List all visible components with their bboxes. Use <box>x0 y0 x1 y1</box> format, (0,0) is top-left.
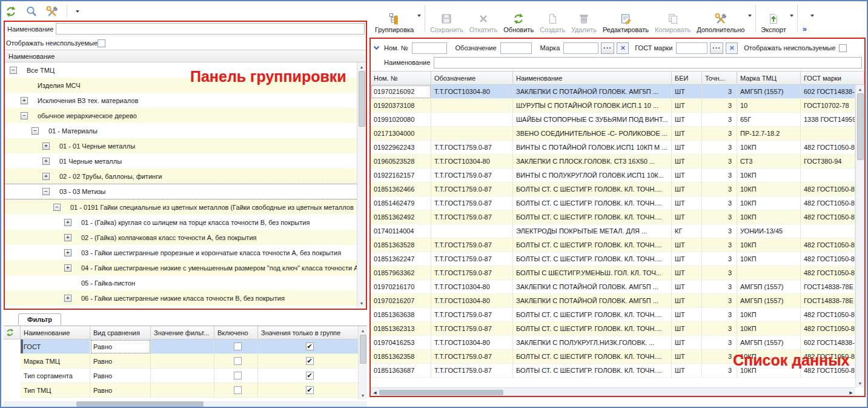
table-cell[interactable]: Т.Т.ГОСТ1759.0-87 <box>431 252 513 266</box>
table-cell[interactable]: 3 <box>702 336 737 350</box>
tree-item[interactable]: −01 - 0191 Гайки специальные из цветных … <box>5 199 357 215</box>
tree-item[interactable]: −01 - Материалы <box>5 123 357 138</box>
table-cell[interactable]: УОНИИ-13/45 <box>737 224 801 238</box>
group-only-checkbox[interactable] <box>306 372 314 380</box>
tree-item[interactable]: +07 - Гайки шестигранные класса точности… <box>5 306 357 307</box>
enabled-checkbox[interactable] <box>234 357 242 365</box>
table-cell[interactable]: 3 <box>702 266 737 280</box>
tree-item[interactable]: +Исключения ВЗ тех. материалов <box>5 93 357 108</box>
tools-icon[interactable] <box>46 5 58 18</box>
scroll-thumb[interactable] <box>857 93 864 160</box>
table-cell[interactable]: 3 <box>702 308 737 322</box>
search-icon[interactable] <box>25 5 38 18</box>
copy-button[interactable]: Копировать <box>652 10 694 35</box>
table-cell[interactable]: ЗАКЛЕПКИ С ПОЛУКРУГЛ.НИЗК.ГОЛОВК. ... <box>513 336 672 350</box>
table-cell[interactable]: ШТ <box>672 182 702 196</box>
filter-value-cell[interactable] <box>151 369 214 383</box>
table-column-header[interactable]: Точн... <box>702 71 737 85</box>
table-cell[interactable] <box>801 169 855 182</box>
gost-input[interactable] <box>676 42 707 54</box>
enabled-checkbox[interactable] <box>234 343 242 350</box>
scroll-left-icon[interactable]: ◀ <box>371 388 379 397</box>
table-cell[interactable]: 01960523528 <box>371 155 431 169</box>
filter-name-cell[interactable]: ГОСТ <box>21 339 90 354</box>
table-cell[interactable]: 482 ГОСТ1050-88 <box>801 308 855 322</box>
filter-value-cell[interactable] <box>151 339 214 354</box>
table-column-header[interactable]: БЕИ <box>672 71 702 85</box>
table-row[interactable]: 01922162157Т.Т.ГОСТ1759.0-87ВИНТЫ С ПОЛУ… <box>371 169 855 182</box>
table-cell[interactable]: 3 <box>702 224 737 238</box>
tree-item[interactable]: +03 - Гайки шестигранные прорезные и кор… <box>5 245 357 260</box>
table-cell[interactable]: Т.Т.ГОСТ10304-80 <box>431 155 513 169</box>
table-cell[interactable]: 3 <box>702 322 737 336</box>
table-cell[interactable]: 01851363687 <box>371 364 431 378</box>
expand-icon[interactable]: + <box>64 264 71 272</box>
table-cell[interactable]: ШУРУПЫ С ПОТАЙНОЙ ГОЛОВК.ИСП.1 10 ... <box>513 99 672 113</box>
table-cell[interactable]: 10КП <box>737 141 801 155</box>
refresh-icon[interactable] <box>5 5 17 18</box>
table-cell[interactable]: 10КП <box>737 196 801 210</box>
filter-column-header[interactable]: Включено <box>214 326 258 339</box>
table-row[interactable]: 01970216170Т.Т.ГОСТ10304-80ЗАКЛЕПКИ С ПО… <box>371 280 855 294</box>
create-button[interactable]: Создать <box>537 10 568 35</box>
table-column-header[interactable]: Наименование <box>513 71 672 85</box>
table-cell[interactable]: ШТ <box>672 155 702 169</box>
table-cell[interactable]: 482 ГОСТ1050-88 <box>801 238 855 252</box>
group-only-checkbox[interactable] <box>306 357 314 365</box>
group-only-checkbox[interactable] <box>306 343 314 350</box>
table-cell[interactable]: ШТ <box>672 169 702 182</box>
table-cell[interactable]: Т.Т.ГОСТ1759.0-87 <box>431 182 513 196</box>
table-cell[interactable]: 10КП <box>737 238 801 252</box>
table-cell[interactable]: 3 <box>702 155 737 169</box>
table-cell[interactable]: 01970216170 <box>371 280 431 294</box>
table-cell[interactable]: ШТ <box>672 196 702 210</box>
table-cell[interactable]: Т.Т.ГОСТ1759.0-87 <box>431 238 513 252</box>
collapse-icon[interactable]: − <box>10 67 17 74</box>
table-cell[interactable]: ГОСТ380-94 <box>801 155 855 169</box>
table-cell[interactable]: ПР-12.7-18.2 <box>737 127 801 141</box>
table-cell[interactable]: 01922162157 <box>371 169 431 182</box>
table-cell[interactable]: 01970216207 <box>371 294 431 308</box>
table-cell[interactable]: 482 ГОСТ1050-88 <box>801 182 855 196</box>
table-column-header[interactable]: Марка ТМЦ <box>737 71 801 85</box>
filter-vertical-scrollbar[interactable]: ▲ ▼ <box>358 326 367 400</box>
name-filter-input[interactable] <box>56 23 365 35</box>
table-cell[interactable]: 3 <box>702 182 737 196</box>
grouping-dropdown-caret[interactable] <box>417 11 423 27</box>
table-cell[interactable]: 3 <box>702 364 737 378</box>
additional-dropdown-caret[interactable] <box>747 11 754 27</box>
table-cell[interactable]: БОЛТЫ СТ. С ШЕСТИГР. ГОЛОВК. КЛ. ТОЧН...… <box>513 182 672 196</box>
revert-button[interactable]: Откатить <box>466 10 500 35</box>
table-cell[interactable]: 3 <box>702 85 737 99</box>
table-cell[interactable] <box>431 224 513 238</box>
table-cell[interactable]: 482 ГОСТ1050-88 <box>801 322 855 336</box>
table-cell[interactable]: 01970416253 <box>371 336 431 350</box>
table-cell[interactable]: ШТ <box>672 210 702 224</box>
table-cell[interactable]: ГОСТ10702-78 <box>801 99 855 113</box>
table-cell[interactable]: 10КП <box>737 210 801 224</box>
table-cell[interactable]: ВИНТЫ С ПОЛУКРУГЛОЙ ГОЛОВК.ИСП1 10К... <box>513 169 672 182</box>
table-cell[interactable]: БОЛТЫ СТ. С ШЕСТИГР. ГОЛОВК. КЛ. ТОЧН...… <box>513 252 672 266</box>
overflow-dropdown-caret[interactable] <box>810 11 816 27</box>
table-cell[interactable]: Т.Т.ГОСТ1759.0-87 <box>431 364 513 378</box>
table-cell[interactable]: Т.Т.ГОСТ1759.0-87 <box>431 141 513 155</box>
edit-button[interactable]: Редактировать <box>600 10 652 35</box>
filter-row[interactable]: Марка ТМЦРавно <box>4 354 367 369</box>
filter-row[interactable]: ГОСТРавно <box>4 339 367 354</box>
table-cell[interactable]: ШАЙБЫ СТОПОРНЫЕ С ЗУБЬЯМИ ПОД ВИНТ... <box>513 113 672 127</box>
table-cell[interactable]: ШТ <box>672 99 702 113</box>
expand-icon[interactable]: + <box>64 234 71 241</box>
tab-filter[interactable]: Фильтр <box>18 313 61 326</box>
left-horizontal-scrollbar[interactable] <box>4 401 367 407</box>
enabled-checkbox[interactable] <box>234 372 242 380</box>
table-horizontal-scrollbar[interactable]: ◀ ▶ <box>371 387 855 397</box>
table-cell[interactable]: 01857963362 <box>371 266 431 280</box>
table-cell[interactable]: Т.Т.ГОСТ1759.0-87 <box>431 210 513 224</box>
filter-column-header[interactable]: Значение фильт... <box>151 326 214 339</box>
filter-refresh-icon[interactable] <box>4 326 21 339</box>
mark-clear-button[interactable]: ✕ <box>617 42 629 54</box>
table-cell[interactable]: Т.Т.ГОСТ1759.0-87 <box>431 322 513 336</box>
mark-input[interactable] <box>563 42 598 54</box>
tree-item[interactable]: +01 - 01 Черные металлы <box>5 138 357 153</box>
table-cell[interactable]: Т.Т.ГОСТ10304-80 <box>431 85 513 99</box>
